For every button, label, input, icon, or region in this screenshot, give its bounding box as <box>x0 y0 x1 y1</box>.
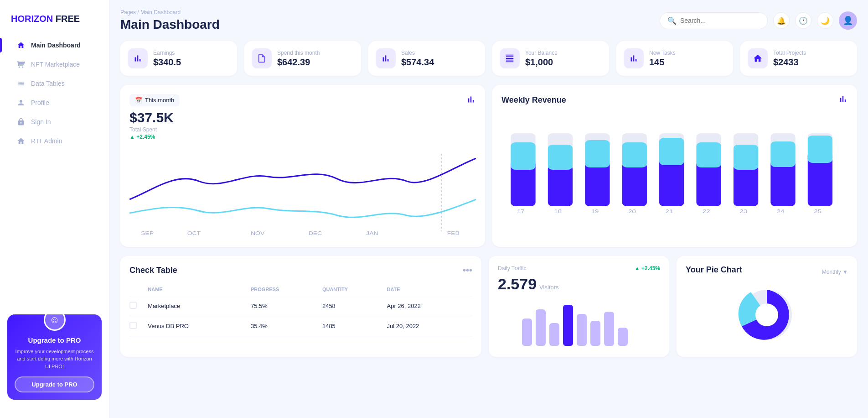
row-name-1: Venus DB PRO <box>148 316 251 336</box>
header-left: Pages / Main Dashboard Main Dashboard <box>120 9 220 32</box>
traffic-value: 2.579 <box>498 275 537 293</box>
weekly-revenue-header: Weekly Revenue <box>501 94 848 106</box>
clock-button[interactable]: 🕐 <box>795 12 811 29</box>
check-table-menu-button[interactable]: ••• <box>463 265 472 276</box>
row-progress-0: 75.5% <box>251 296 322 316</box>
theme-toggle-button[interactable]: 🌙 <box>817 12 833 29</box>
period-label: This month <box>145 97 174 104</box>
sales-icon <box>376 48 396 68</box>
sidebar-item-data-tables[interactable]: Data Tables <box>5 74 103 93</box>
sidebar-item-rtl-admin[interactable]: RTL Admin <box>5 132 103 150</box>
sidebar-item-profile[interactable]: Profile <box>5 94 103 112</box>
stat-card-balance: Your Balance $1,000 <box>492 41 609 76</box>
svg-text:DEC: DEC <box>309 230 322 236</box>
svg-rect-21 <box>659 138 684 165</box>
upgrade-box: ☺ Upgrade to PRO Improve your developmen… <box>7 314 102 400</box>
stat-value-sales: $574.34 <box>401 57 434 68</box>
svg-text:21: 21 <box>666 209 673 214</box>
svg-rect-48 <box>590 321 600 346</box>
row-quantity-1: 1485 <box>322 316 387 336</box>
bottom-row: Check Table ••• NAME PROGRESS QUANTITY D… <box>120 256 857 357</box>
stat-label-earnings: Earnings <box>153 50 181 56</box>
chart-label: Total Spent <box>129 126 476 133</box>
pie-chart-title: Your Pie Chart <box>686 265 742 275</box>
sidebar: HORIZON FREE Main Dashboard NFT Marketpl… <box>0 0 109 418</box>
nav-label-main-dashboard: Main Dashboard <box>31 42 81 49</box>
check-table-title: Check Table <box>129 266 177 275</box>
stat-card-new-tasks: New Tasks 145 <box>616 41 733 76</box>
nav-label-data-tables: Data Tables <box>31 80 65 87</box>
svg-rect-27 <box>734 145 758 170</box>
stat-label-balance: Your Balance <box>525 50 558 56</box>
col-header-check <box>129 283 148 296</box>
earnings-icon <box>128 48 148 68</box>
table-row: Marketplace 75.5% 2458 Apr 26, 2022 <box>129 296 472 316</box>
nav-label-nft: NFT Marketplace <box>31 61 80 68</box>
weekly-chart-icon[interactable] <box>838 94 848 106</box>
weekly-revenue-card: Weekly Revenue <box>492 85 857 247</box>
row-checkbox[interactable] <box>129 322 137 329</box>
period-badge[interactable]: 📅 This month <box>129 94 180 106</box>
search-input[interactable] <box>680 17 760 24</box>
chart-change: ▲ +2.45% <box>129 134 476 140</box>
calendar-icon: 📅 <box>135 97 142 104</box>
svg-rect-26 <box>734 164 758 206</box>
sidebar-nav: Main Dashboard NFT Marketplace Data Tabl… <box>0 35 109 305</box>
sidebar-item-main-dashboard[interactable]: Main Dashboard <box>5 36 103 54</box>
rtl-home-icon <box>16 136 26 146</box>
svg-rect-30 <box>770 141 795 167</box>
stat-info-balance: Your Balance $1,000 <box>525 50 558 68</box>
row-name-0: Marketplace <box>148 296 251 316</box>
spend-icon <box>252 48 272 68</box>
row-checkbox[interactable] <box>129 302 137 309</box>
stat-card-spend: Spend this month $642.39 <box>244 41 361 76</box>
daily-traffic-card: Daily Traffic ▲ +2.45% 2.579 Visitors <box>489 256 669 357</box>
col-header-date: DATE <box>387 283 472 296</box>
svg-rect-43 <box>522 319 532 346</box>
main-content: Pages / Main Dashboard Main Dashboard 🔍 … <box>109 0 868 418</box>
svg-text:NOV: NOV <box>251 230 265 236</box>
upgrade-avatar-icon: ☺ <box>44 309 66 331</box>
stat-card-earnings: Earnings $340.5 <box>120 41 237 76</box>
weekly-bar-chart: 17 18 19 20 21 22 23 24 25 <box>501 115 848 217</box>
stat-card-sales: Sales $574.34 <box>368 41 485 76</box>
line-chart-card: 📅 This month $37.5K Total Spent ▲ +2.45% <box>120 85 485 247</box>
col-header-quantity: QUANTITY <box>322 283 387 296</box>
notification-button[interactable]: 🔔 <box>773 12 790 29</box>
stat-label-sales: Sales <box>401 50 434 56</box>
svg-rect-12 <box>548 145 573 170</box>
stat-info-spend: Spend this month $642.39 <box>277 50 320 68</box>
weekly-revenue-title: Weekly Revenue <box>501 95 566 105</box>
row-quantity-0: 2458 <box>322 296 387 316</box>
svg-text:23: 23 <box>740 209 748 214</box>
svg-rect-24 <box>697 142 721 167</box>
nav-label-profile: Profile <box>31 99 49 106</box>
sidebar-item-nft-marketplace[interactable]: NFT Marketplace <box>5 55 103 73</box>
check-table-header: Check Table ••• <box>129 265 472 276</box>
sidebar-item-sign-in[interactable]: Sign In <box>5 113 103 131</box>
svg-rect-11 <box>548 165 573 206</box>
traffic-bar-chart <box>498 300 660 348</box>
upgrade-button[interactable]: Upgrade to PRO <box>15 376 94 392</box>
svg-text:24: 24 <box>777 209 785 214</box>
stat-card-total-projects: Total Projects $2433 <box>740 41 857 76</box>
line-chart-header: 📅 This month <box>129 94 476 106</box>
stat-value-spend: $642.39 <box>277 57 320 68</box>
chart-type-icon[interactable] <box>466 94 476 106</box>
stat-value-balance: $1,000 <box>525 57 558 68</box>
svg-point-52 <box>755 303 778 326</box>
pie-period: Monthly ▼ <box>822 269 848 275</box>
new-tasks-icon <box>624 48 644 68</box>
svg-text:OCT: OCT <box>187 230 201 236</box>
pie-chart-visual <box>686 283 848 342</box>
upgrade-desc: Improve your development process and sta… <box>15 348 94 371</box>
balance-icon <box>500 48 520 68</box>
svg-rect-18 <box>622 142 647 167</box>
user-avatar[interactable]: 👤 <box>839 11 857 30</box>
search-box[interactable]: 🔍 <box>660 12 768 29</box>
check-table-card: Check Table ••• NAME PROGRESS QUANTITY D… <box>120 256 481 357</box>
svg-rect-33 <box>808 136 832 163</box>
table-icon <box>16 79 26 88</box>
stat-info-total-projects: Total Projects $2433 <box>773 50 806 68</box>
svg-text:SEP: SEP <box>141 230 154 236</box>
